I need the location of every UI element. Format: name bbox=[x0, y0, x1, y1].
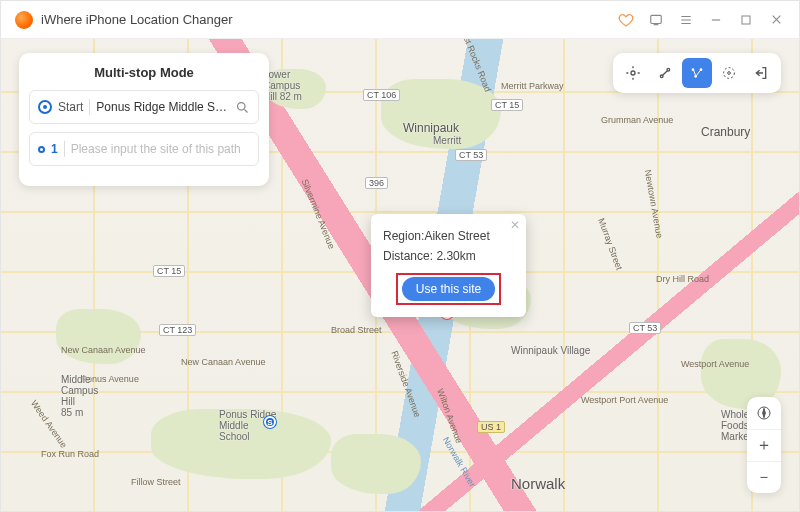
start-icon bbox=[38, 100, 52, 114]
zoom-control: ＋ － bbox=[747, 397, 781, 493]
maximize-button[interactable] bbox=[737, 11, 755, 29]
title-bar: iWhere iPhone Location Changer bbox=[1, 1, 799, 39]
start-row[interactable]: Start Ponus Ridge Middle School bbox=[29, 90, 259, 124]
stop1-row[interactable]: 1 Please input the site of this path bbox=[29, 132, 259, 166]
use-this-site-button[interactable]: Use this site bbox=[402, 277, 495, 301]
distance-value: 2.30km bbox=[436, 249, 475, 263]
mode-joystick-icon[interactable] bbox=[714, 58, 744, 88]
mode-locate-icon[interactable] bbox=[618, 58, 648, 88]
svg-point-10 bbox=[728, 72, 731, 75]
mode-exit-icon[interactable] bbox=[746, 58, 776, 88]
road-wilton: Wilton Avenue bbox=[435, 387, 464, 444]
svg-rect-1 bbox=[742, 16, 750, 24]
label-winnipauk-village: Winnipauk Village bbox=[511, 345, 590, 356]
shield-ct53: CT 53 bbox=[629, 322, 661, 334]
panel-title: Multi-stop Mode bbox=[29, 65, 259, 80]
feedback-icon[interactable] bbox=[647, 11, 665, 29]
svg-point-5 bbox=[667, 68, 670, 71]
shield-us1: US 1 bbox=[477, 421, 505, 433]
svg-point-3 bbox=[631, 71, 635, 75]
road-fox-run: Fox Run Road bbox=[41, 449, 99, 459]
svg-point-4 bbox=[660, 75, 663, 78]
road-fillow: Fillow Street bbox=[131, 477, 181, 487]
app-logo bbox=[15, 11, 33, 29]
road-broad: Broad Street bbox=[331, 325, 382, 335]
road-westport-port: Westport Port Avenue bbox=[581, 395, 668, 405]
road-ponus: Ponus Avenue bbox=[81, 374, 139, 384]
road-merritt-pkwy: Merritt Parkway bbox=[501, 81, 564, 91]
shield-ct53: CT 53 bbox=[455, 149, 487, 161]
start-label: Start bbox=[58, 100, 83, 114]
svg-point-2 bbox=[238, 102, 246, 110]
start-value: Ponus Ridge Middle School bbox=[96, 100, 229, 114]
mode-multistop-icon[interactable] bbox=[682, 58, 712, 88]
region-value: Aiken Street bbox=[424, 229, 489, 243]
road-murray: Murray Street bbox=[596, 217, 624, 272]
poi-middle-campus: Middle Campus Hill 85 m bbox=[61, 374, 98, 418]
mode-toolbar bbox=[613, 53, 781, 93]
label-cranbury: Cranbury bbox=[701, 125, 750, 139]
svg-point-9 bbox=[724, 68, 735, 79]
road-dryhill: Dry Hill Road bbox=[656, 274, 709, 284]
mode-onestop-icon[interactable] bbox=[650, 58, 680, 88]
compass-icon[interactable] bbox=[747, 397, 781, 429]
menu-icon[interactable] bbox=[677, 11, 695, 29]
region-label: Region: bbox=[383, 229, 424, 243]
start-pin[interactable] bbox=[264, 416, 276, 428]
road-newtown: Newtown Avenue bbox=[643, 169, 665, 239]
app-title: iWhere iPhone Location Changer bbox=[41, 12, 233, 27]
road-grumman: Grumman Avenue bbox=[601, 115, 673, 125]
svg-rect-0 bbox=[651, 15, 662, 23]
popup-close-icon[interactable]: ✕ bbox=[510, 218, 520, 232]
multistop-panel: Multi-stop Mode Start Ponus Ridge Middle… bbox=[19, 53, 269, 186]
shield-ct15: CT 15 bbox=[153, 265, 185, 277]
stop-dot-icon bbox=[38, 146, 45, 153]
stop1-input[interactable]: Please input the site of this path bbox=[71, 142, 250, 156]
minimize-button[interactable] bbox=[707, 11, 725, 29]
stop-index: 1 bbox=[51, 142, 58, 156]
road-riverside: Riverside Avenue bbox=[389, 349, 422, 418]
road-new-canaan-1: New Canaan Avenue bbox=[181, 357, 265, 367]
search-icon[interactable] bbox=[235, 100, 250, 115]
road-silvermine: Silvermine Avenue bbox=[300, 178, 337, 251]
label-norwalk-river: Norwalk River bbox=[441, 435, 478, 489]
site-popup: ✕ Region:Aiken Street Distance: 2.30km U… bbox=[371, 214, 526, 317]
close-button[interactable] bbox=[767, 11, 785, 29]
zoom-in-button[interactable]: ＋ bbox=[747, 429, 781, 461]
shield-396: 396 bbox=[365, 177, 388, 189]
heart-icon[interactable] bbox=[617, 11, 635, 29]
distance-label: Distance: bbox=[383, 249, 433, 263]
zoom-out-button[interactable]: － bbox=[747, 461, 781, 493]
shield-ct123: CT 123 bbox=[159, 324, 196, 336]
road-weed: Weed Avenue bbox=[29, 398, 69, 449]
label-norwalk: Norwalk bbox=[511, 475, 565, 492]
